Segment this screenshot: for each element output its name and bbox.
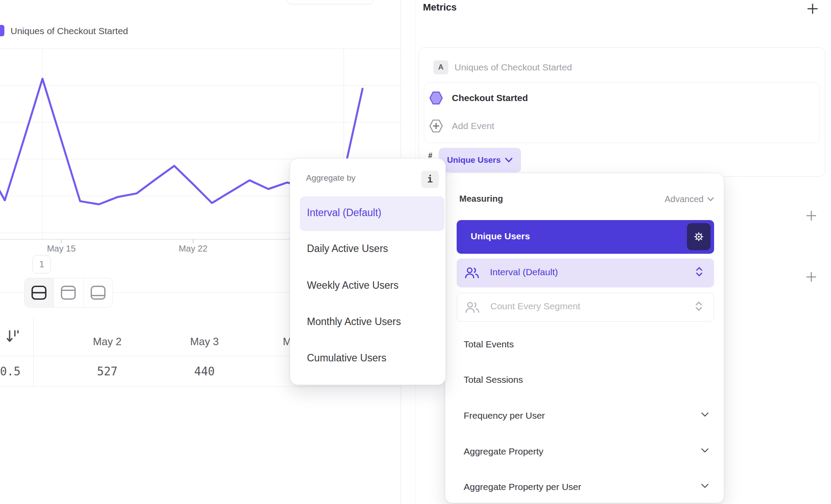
svg-text:May 22: May 22: [179, 244, 208, 253]
add-metric-button[interactable]: [806, 2, 819, 15]
top-panel-icon: [60, 285, 77, 301]
add-filter-button[interactable]: [806, 210, 817, 221]
users-icon: [465, 301, 480, 313]
event-hexagon-icon: [429, 91, 443, 105]
unfold-icon: [696, 266, 703, 277]
interval-option[interactable]: Interval (Default): [457, 259, 714, 287]
chevron-down-icon: [701, 448, 709, 453]
add-event-button[interactable]: Add Event: [452, 121, 494, 131]
gear-icon: [693, 231, 705, 243]
metric-title[interactable]: Uniques of Checkout Started: [454, 62, 572, 73]
menu-item-frequency-per-user[interactable]: Frequency per User: [464, 409, 545, 422]
measuring-selected-label: Unique Users: [471, 231, 530, 242]
measuring-menu: Measuring Advanced Unique Users: [445, 173, 724, 503]
menu-item-cumulative-users[interactable]: Cumulative Users: [307, 351, 387, 364]
menu-item-monthly-active-users[interactable]: Monthly Active Users: [307, 315, 401, 328]
table-header-may3[interactable]: May 3: [165, 335, 244, 348]
selected-item-label: Interval (Default): [307, 207, 381, 219]
chevron-down-icon: [701, 412, 709, 417]
menu-item-daily-active-users[interactable]: Daily Active Users: [307, 242, 388, 255]
menu-item-interval-default[interactable]: Interval (Default): [300, 196, 444, 231]
table-header-may2[interactable]: May 2: [68, 335, 147, 348]
measure-chip[interactable]: Unique Users: [439, 148, 521, 172]
svg-text:May 15: May 15: [47, 244, 76, 253]
settings-button[interactable]: [687, 223, 711, 250]
measure-chip-label: Unique Users: [447, 155, 500, 165]
measuring-selected-option[interactable]: Unique Users: [457, 220, 714, 254]
aggregate-by-menu: Aggregate by i Interval (Default) Daily …: [290, 158, 446, 385]
event-name[interactable]: Checkout Started: [452, 93, 528, 103]
table-row-border: [0, 386, 401, 387]
measuring-menu-title: Measuring: [459, 194, 503, 204]
page-number-badge[interactable]: 1: [32, 255, 51, 273]
layout-chart-only-button[interactable]: [54, 278, 83, 307]
layout-toggle-group: [24, 278, 113, 308]
users-icon: [465, 266, 479, 279]
table-cell: 440: [165, 364, 244, 379]
menu-item-total-sessions[interactable]: Total Sessions: [464, 373, 523, 386]
metric-letter-badge: A: [433, 60, 448, 74]
chevron-down-icon: [701, 483, 709, 489]
table-cell: 527: [68, 364, 147, 379]
menu-item-aggregate-property[interactable]: Aggregate Property: [464, 445, 543, 458]
chevron-down-icon: [505, 158, 513, 163]
layout-split-button[interactable]: [25, 278, 54, 307]
aggregate-menu-title: Aggregate by: [306, 173, 356, 183]
event-card: [424, 82, 820, 143]
menu-item-total-events[interactable]: Total Events: [464, 338, 514, 351]
advanced-toggle[interactable]: Advanced: [665, 194, 704, 204]
analytics-screen: Uniques of Checkout Started May 15May 22…: [0, 0, 831, 504]
bottom-panel-icon: [90, 285, 106, 301]
add-breakdown-button[interactable]: [806, 271, 817, 283]
menu-item-aggregate-property-per-user[interactable]: Aggregate Property per User: [464, 480, 581, 494]
interval-option-label: Interval (Default): [490, 267, 558, 277]
table-row-label: 0.5: [0, 364, 25, 379]
count-every-segment-option[interactable]: Count Every Segment: [457, 293, 714, 322]
chevron-down-icon[interactable]: [707, 197, 714, 202]
add-event-icon: [429, 119, 443, 133]
segment-option-label: Count Every Segment: [490, 301, 580, 312]
table-column-separator: [33, 318, 34, 387]
unfold-icon: [695, 301, 702, 312]
split-horizontal-icon: [31, 285, 47, 301]
layout-table-only-button[interactable]: [84, 278, 113, 307]
metrics-panel-title: Metrics: [423, 2, 457, 13]
info-button[interactable]: i: [421, 171, 439, 188]
menu-item-weekly-active-users[interactable]: Weekly Active Users: [307, 279, 398, 292]
sort-descending-icon[interactable]: [6, 328, 20, 345]
